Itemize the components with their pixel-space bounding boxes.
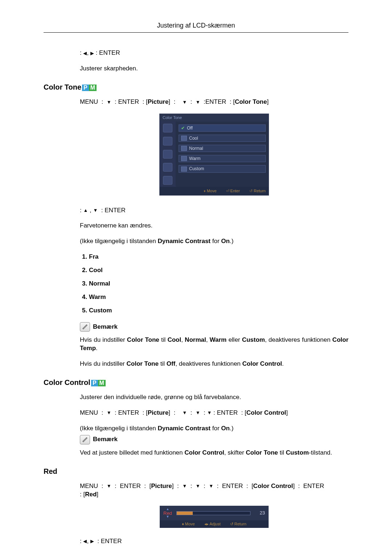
- sharpness-desc: Justerer skarpheden.: [80, 65, 348, 73]
- color-control-desc: Justerer den individuelle røde, grønne o…: [80, 393, 348, 402]
- color-control-avail: (Ikke tilgængelig i tilstanden Dynamic C…: [80, 424, 348, 433]
- color-tone-desc: Farvetonerne kan ændres.: [80, 222, 348, 230]
- down-icon: ▼: [182, 410, 187, 416]
- color-tone-avail: (Ikke tilgængelig i tilstanden Dynamic C…: [80, 237, 348, 246]
- nav-hint-2: : ▲ , ▼ : ENTER: [80, 206, 348, 215]
- color-control-path: MENU : ▼ : ENTER : [Picture] : ▼ : ▼ : ▼…: [80, 409, 348, 417]
- osd-item[interactable]: Cool: [179, 135, 266, 142]
- note-heading: Bemærk: [80, 322, 348, 332]
- osd-side-icon: [163, 163, 172, 172]
- page-title: Justering af LCD-skærmen: [157, 22, 235, 29]
- heading-red: Red: [44, 467, 348, 476]
- down-icon: ▼: [196, 410, 200, 416]
- red-body: MENU : ▼ : ENTER : [Picture] : ▼ : ▼ : ▼…: [80, 482, 348, 546]
- osd-footer: ♦ Move ◂▸ Adjust ↺ Return: [160, 520, 269, 528]
- list-item: Fra: [89, 253, 348, 261]
- osd-side-icon: [163, 176, 172, 185]
- list-item: Normal: [89, 280, 348, 288]
- osd-item[interactable]: Custom: [179, 165, 266, 172]
- osd-side-icon: [163, 124, 172, 132]
- note-heading: Bemærk: [80, 435, 348, 444]
- color-tone-body: MENU : ▼ : ENTER : [Picture] : ▼ : ▼ :EN…: [80, 98, 348, 368]
- down-icon: ▼: [196, 483, 200, 489]
- color-tone-note1: Hvis du indstiller Color Tone til Cool, …: [80, 336, 348, 353]
- left-icon: ◀: [83, 538, 87, 545]
- osd-item[interactable]: Warm: [179, 155, 266, 162]
- down-icon: ▼: [107, 483, 111, 489]
- page-header: Justering af LCD-skærmen: [44, 22, 348, 33]
- page: Justering af LCD-skærmen : ◀, ▶ : ENTER …: [0, 0, 392, 554]
- red-slider[interactable]: [176, 511, 250, 515]
- list-item: Cool: [89, 266, 348, 275]
- note-icon: [80, 322, 90, 332]
- osd-red-adjust: ▲ Red ▼ 23 ♦ Move ◂▸ Adjust ↺ Return: [160, 506, 269, 528]
- color-control-body: Justerer den individuelle røde, grønne o…: [80, 393, 348, 457]
- heading-color-tone: Color TonePM: [44, 83, 348, 91]
- osd-side-icon: [163, 137, 172, 145]
- color-tone-options: Fra Cool Normal Warm Custom: [80, 253, 348, 315]
- pm-badge: PM: [82, 85, 97, 91]
- color-control-note: Ved at justere billedet med funktionen C…: [80, 449, 348, 457]
- red-value: 23: [255, 510, 265, 516]
- heading-color-control: Color ControlPM: [44, 378, 348, 387]
- nav-hint-3: : ◀, ▶ : ENTER: [80, 537, 348, 546]
- color-tone-note2: Hvis du indstiller Color Tone til Off, d…: [80, 360, 348, 368]
- down-icon: ▼: [93, 207, 98, 214]
- pm-badge: PM: [91, 380, 106, 386]
- down-icon: ▼: [182, 483, 187, 489]
- nav-hint-1: : ◀, ▶ : ENTER: [80, 49, 348, 57]
- down-icon: ▼: [209, 483, 213, 489]
- list-item: Custom: [89, 307, 348, 315]
- osd-item[interactable]: ✔Off: [179, 124, 266, 132]
- right-icon: ▶: [90, 538, 94, 545]
- osd-color-tone: Color Tone ✔Off Cool Normal Warm Custom: [159, 114, 269, 196]
- down-icon: ▼: [196, 99, 200, 106]
- down-icon: ▼: [182, 99, 187, 106]
- note-icon: [80, 435, 90, 444]
- down-icon: ▼: [107, 99, 111, 106]
- list-item: Warm: [89, 293, 348, 301]
- down-icon: ▼: [166, 516, 169, 518]
- osd-title: Color Tone: [160, 114, 269, 122]
- down-icon: ▼: [107, 410, 111, 416]
- osd-item[interactable]: Normal: [179, 145, 266, 152]
- left-icon: ◀: [83, 50, 87, 57]
- up-icon: ▲: [83, 207, 88, 214]
- red-path: MENU : ▼ : ENTER : [Picture] : ▼ : ▼ : ▼…: [80, 482, 348, 499]
- color-tone-path: MENU : ▼ : ENTER : [Picture] : ▼ : ▼ :EN…: [80, 98, 348, 106]
- right-icon: ▶: [90, 50, 94, 57]
- check-icon: ✔: [181, 125, 185, 131]
- prev-section-body: : ◀, ▶ : ENTER Justerer skarpheden.: [80, 49, 348, 73]
- osd-side-icon: [163, 150, 172, 159]
- down-icon: ▼: [207, 410, 212, 416]
- osd-footer: ♦ Move ⏎ Enter ↺ Return: [160, 187, 269, 195]
- osd-sidebar: [160, 122, 176, 187]
